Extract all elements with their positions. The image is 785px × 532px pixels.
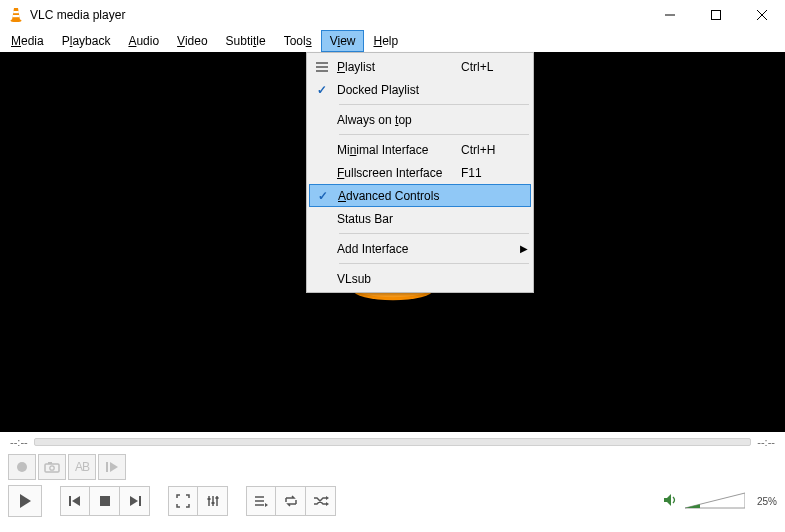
menu-item-label: Status Bar [335, 212, 461, 226]
svg-marker-22 [20, 494, 31, 508]
check-icon: ✓ [310, 189, 336, 203]
menu-help[interactable]: Help [364, 30, 407, 52]
menu-playback[interactable]: Playback [53, 30, 120, 52]
maximize-button[interactable] [693, 0, 739, 30]
menu-view[interactable]: View [321, 30, 365, 52]
svg-rect-32 [211, 502, 214, 504]
svg-marker-21 [110, 462, 118, 472]
svg-point-3 [11, 19, 22, 22]
menu-item-shortcut: Ctrl+H [461, 143, 517, 157]
svg-marker-24 [72, 496, 80, 506]
app-icon [8, 7, 24, 23]
svg-rect-31 [207, 498, 210, 500]
seek-slider[interactable] [34, 438, 752, 446]
svg-marker-39 [326, 502, 329, 506]
check-icon: ✓ [309, 83, 335, 97]
loop-ab-button[interactable]: AB [68, 454, 96, 480]
menu-audio[interactable]: Audio [119, 30, 168, 52]
playlist-button[interactable] [246, 486, 276, 516]
menu-item-docked-playlist[interactable]: ✓ Docked Playlist [309, 78, 531, 101]
titlebar: VLC media player [0, 0, 785, 30]
menu-item-label: VLsub [335, 272, 461, 286]
play-button[interactable] [8, 485, 42, 517]
menu-separator [339, 134, 529, 135]
menu-item-label: Advanced Controls [336, 189, 460, 203]
playlist-icon [309, 61, 335, 73]
svg-rect-17 [48, 462, 52, 464]
menu-item-label: Docked Playlist [335, 83, 461, 97]
menubar: Media Playback Audio Video Subtitle Tool… [0, 30, 785, 52]
record-button[interactable] [8, 454, 36, 480]
menu-item-fullscreen-interface[interactable]: Fullscreen Interface F11 [309, 161, 531, 184]
window-title: VLC media player [30, 8, 647, 22]
svg-text:B: B [82, 460, 90, 474]
menu-tools[interactable]: Tools [275, 30, 321, 52]
svg-rect-20 [106, 462, 108, 472]
close-button[interactable] [739, 0, 785, 30]
svg-point-14 [17, 462, 27, 472]
time-total: --:-- [757, 436, 775, 448]
menu-item-shortcut: F11 [461, 166, 517, 180]
svg-rect-1 [13, 11, 19, 13]
svg-rect-27 [139, 496, 141, 506]
seek-bar-row: --:-- --:-- [0, 432, 785, 452]
view-dropdown: Playlist Ctrl+L ✓ Docked Playlist Always… [306, 52, 534, 293]
submenu-arrow-icon: ▶ [517, 243, 531, 254]
svg-rect-23 [69, 496, 71, 506]
minimize-button[interactable] [647, 0, 693, 30]
svg-marker-38 [326, 496, 329, 500]
menu-item-minimal-interface[interactable]: Minimal Interface Ctrl+H [309, 138, 531, 161]
svg-marker-42 [685, 504, 700, 508]
window-buttons [647, 0, 785, 30]
menu-item-always-on-top[interactable]: Always on top [309, 108, 531, 131]
menu-separator [339, 104, 529, 105]
menu-video[interactable]: Video [168, 30, 216, 52]
svg-marker-40 [664, 494, 671, 506]
shuffle-button[interactable] [306, 486, 336, 516]
svg-rect-33 [215, 497, 218, 499]
speaker-icon[interactable] [663, 493, 679, 510]
next-button[interactable] [120, 486, 150, 516]
loop-button[interactable] [276, 486, 306, 516]
menu-item-label: Fullscreen Interface [335, 166, 461, 180]
menu-media[interactable]: Media [2, 30, 53, 52]
menu-item-label: Add Interface [335, 242, 461, 256]
snapshot-button[interactable] [38, 454, 66, 480]
svg-rect-5 [712, 11, 721, 20]
fullscreen-button[interactable] [168, 486, 198, 516]
menu-item-vlsub[interactable]: VLsub [309, 267, 531, 290]
menu-item-add-interface[interactable]: Add Interface ▶ [309, 237, 531, 260]
extended-settings-button[interactable] [198, 486, 228, 516]
menu-item-advanced-controls[interactable]: ✓ Advanced Controls [309, 184, 531, 207]
frame-step-button[interactable] [98, 454, 126, 480]
svg-marker-37 [265, 503, 268, 507]
svg-marker-26 [130, 496, 138, 506]
menu-item-label: Minimal Interface [335, 143, 461, 157]
menu-separator [339, 263, 529, 264]
menu-item-shortcut: Ctrl+L [461, 60, 517, 74]
advanced-controls-row: AB [0, 452, 785, 482]
svg-point-16 [50, 466, 54, 470]
menu-subtitle[interactable]: Subtitle [217, 30, 275, 52]
svg-rect-25 [100, 496, 110, 506]
menu-separator [339, 233, 529, 234]
menu-item-label: Playlist [335, 60, 461, 74]
stop-button[interactable] [90, 486, 120, 516]
volume-area: 25% [663, 491, 777, 511]
menu-item-playlist[interactable]: Playlist Ctrl+L [309, 55, 531, 78]
volume-slider[interactable] [685, 491, 745, 511]
svg-marker-0 [12, 8, 20, 20]
menu-item-label: Always on top [335, 113, 461, 127]
volume-percent: 25% [751, 496, 777, 507]
menu-item-status-bar[interactable]: Status Bar [309, 207, 531, 230]
main-controls-row: 25% [0, 482, 785, 520]
svg-rect-2 [13, 15, 20, 17]
previous-button[interactable] [60, 486, 90, 516]
time-elapsed: --:-- [10, 436, 28, 448]
